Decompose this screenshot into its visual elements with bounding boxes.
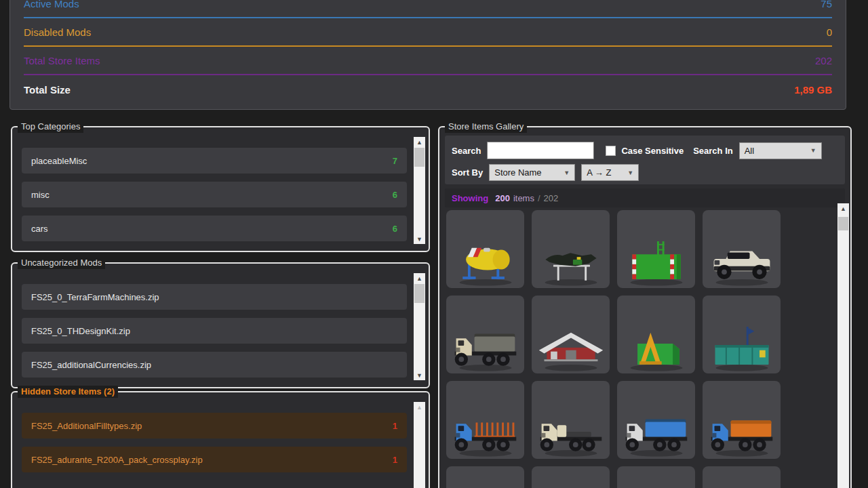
scroll-up-icon[interactable]: ▲ [414,402,425,412]
total-size-value: 1,89 GB [794,84,832,96]
mod-filename: FS25_0_THDesignKit.zip [31,326,130,336]
store-item-tile[interactable] [446,466,524,488]
truck-blue-logger-image [450,403,521,458]
store-item-tile[interactable] [532,296,610,373]
category-list-item[interactable]: cars 6 [22,216,407,241]
scrollbar-thumb[interactable] [414,148,425,167]
store-item-tile[interactable] [703,210,781,288]
hidden-item-filename: FS25_AdditionalFilltypes.zip [31,421,142,431]
chevron-down-icon: ▼ [805,147,816,154]
summary-row-active-mods: Active Mods 75 [24,0,832,18]
cultivator-dark-image [535,232,607,287]
store-item-tile[interactable] [532,466,610,488]
shown-count: 200 [495,193,510,203]
sprayer-yellow-image [450,232,521,287]
hidden-item-count-badge: 1 [393,455,397,465]
gallery-status-bar: Showing 200 items / 202 [445,188,845,207]
scrollbar-thumb[interactable] [414,284,425,303]
sort-direction-dropdown[interactable]: A → Z ▼ [581,164,639,181]
count-separator: / [538,193,540,203]
suv-white-image [706,232,778,287]
mod-filename: FS25_additionalCurrencies.zip [31,360,151,370]
summary-row-disabled-mods: Disabled Mods 0 [24,18,832,47]
mod-filename: FS25_0_TerraFarmMachines.zip [31,292,159,302]
items-word: items [513,193,534,203]
gallery-scrollbar[interactable]: ▲ [837,203,849,488]
search-label: Search [452,146,481,156]
summary-row-total-store-items: Total Store Items 202 [24,47,832,75]
store-item-tile[interactable] [617,296,695,373]
sort-by-label: Sort By [452,167,483,178]
store-item-tile[interactable] [446,381,524,459]
case-sensitive-checkbox[interactable] [606,146,616,156]
store-item-tile[interactable] [446,210,524,288]
active-mods-value: 75 [821,0,832,9]
search-in-label: Search In [693,146,733,156]
sort-direction-selected-value: A → Z [587,167,611,178]
gallery-toolbar-row-sort: Sort By Store Name ▼ A → Z ▼ [452,164,838,181]
case-sensitive-label[interactable]: Case Sensitive [621,146,684,156]
search-in-dropdown[interactable]: All ▼ [739,142,822,159]
hidden-item-filename: FS25_adurante_R200A_pack_crossplay.zip [31,455,203,465]
truck-blue-orange-bed-image [706,403,778,458]
hidden-store-items-list: FS25_AdditionalFilltypes.zip 1 FS25_adur… [12,392,429,488]
top-categories-scrollbar[interactable]: ▲ ▼ [414,137,425,244]
mods-summary-panel: Active Mods 75 Disabled Mods 0 Total Sto… [9,0,846,110]
store-item-tile[interactable] [617,381,695,459]
store-item-tile[interactable] [703,381,781,459]
uncategorized-mods-scrollbar[interactable]: ▲ ▼ [414,273,425,380]
chevron-down-icon: ▼ [558,169,570,176]
mod-list-item[interactable]: FS25_additionalCurrencies.zip [22,352,407,378]
total-store-items-value: 202 [815,55,832,66]
store-item-tile[interactable] [532,210,610,288]
store-item-tile[interactable] [532,381,610,459]
mod-list-item[interactable]: FS25_0_TerraFarmMachines.zip [22,284,407,310]
store-items-gallery-groupbox: Store Items Gallery Search Case Sensitiv… [438,126,852,488]
truck-tan-dump-image [450,317,521,373]
gallery-toolbar: Search Case Sensitive Search In All ▼ So… [445,136,845,184]
hidden-item-row[interactable]: FS25_AdditionalFilltypes.zip 1 [22,413,407,439]
category-list-item[interactable]: placeableMisc 7 [22,148,407,174]
container-teal-image [706,317,778,373]
store-item-tile[interactable] [617,466,695,488]
truck-white-blue-dump-image [620,403,692,458]
uncategorized-mods-list: FS25_0_TerraFarmMachines.zip FS25_0_THDe… [12,264,429,387]
summary-row-total-size: Total Size 1,89 GB [24,75,832,104]
scroll-up-icon[interactable]: ▲ [414,273,425,283]
store-item-tile[interactable] [703,466,781,488]
sort-field-selected-value: Store Name [494,167,541,178]
container-green-striped-image [620,232,692,287]
scroll-up-icon[interactable]: ▲ [837,203,849,214]
sort-field-dropdown[interactable]: Store Name ▼ [489,164,575,181]
search-input[interactable] [487,142,594,159]
store-item-tile[interactable] [446,296,524,373]
scrollbar-thumb[interactable] [838,217,848,230]
uncategorized-mods-groupbox: Uncategorized Mods FS25_0_TerraFarmMachi… [11,262,430,388]
hidden-item-count-badge: 1 [393,421,397,431]
disabled-mods-label: Disabled Mods [24,26,91,38]
store-item-tile[interactable] [703,296,781,373]
scroll-down-icon[interactable]: ▼ [414,234,425,244]
store-item-tile[interactable] [617,210,695,288]
store-items-gallery-title: Store Items Gallery [445,121,527,133]
truck-cream-image [535,403,607,458]
hidden-store-items-scrollbar[interactable]: ▲ ▼ [414,402,425,488]
active-mods-label: Active Mods [24,0,79,9]
disabled-mods-value: 0 [827,26,832,38]
total-count: 202 [544,193,559,203]
box-green-aframe-image [620,317,692,373]
showing-label: Showing [452,193,488,203]
category-name: cars [31,224,48,234]
top-categories-groupbox: Top Categories placeableMisc 7 misc 6 ca… [11,126,430,252]
scroll-up-icon[interactable]: ▲ [414,137,425,147]
store-items-grid [446,210,781,488]
top-categories-list: placeableMisc 7 misc 6 cars 6 [12,127,429,251]
mod-list-item[interactable]: FS25_0_THDesignKit.zip [22,318,407,344]
gallery-toolbar-row-search: Search Case Sensitive Search In All ▼ [452,142,838,159]
scroll-down-icon[interactable]: ▼ [414,370,425,380]
hidden-store-items-groupbox: Hidden Store Items (2) FS25_AdditionalFi… [11,391,430,488]
total-size-label: Total Size [24,84,71,96]
hidden-item-row[interactable]: FS25_adurante_R200A_pack_crossplay.zip 1 [22,447,407,472]
category-name: misc [31,190,50,200]
category-list-item[interactable]: misc 6 [22,182,407,207]
